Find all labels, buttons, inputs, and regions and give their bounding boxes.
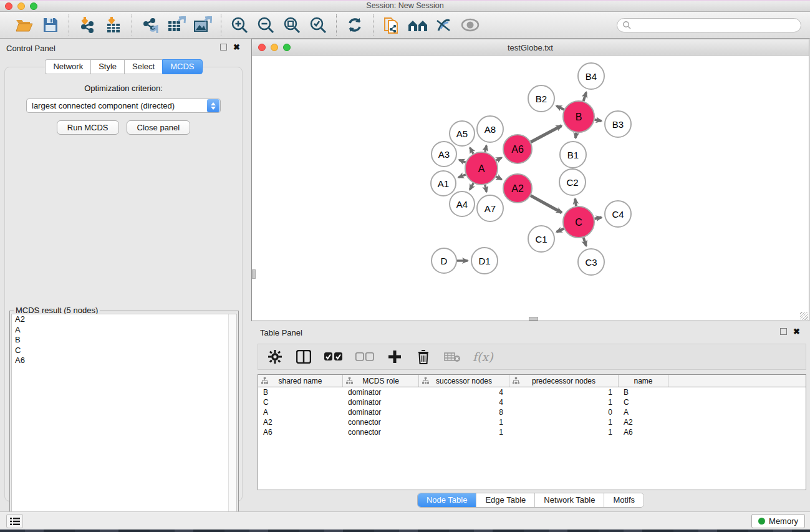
node-C[interactable]: C	[563, 206, 594, 238]
cell-MCDS-role[interactable]: dominator	[343, 388, 419, 397]
node-D1[interactable]: D1	[471, 248, 498, 274]
cell-predecessor-nodes[interactable]: 1	[509, 418, 619, 427]
tab-node-table[interactable]: Node Table	[418, 493, 477, 507]
add-column-icon[interactable]	[387, 347, 403, 366]
edge-A-A6[interactable]	[496, 158, 502, 161]
node-B3[interactable]: B3	[605, 111, 631, 137]
copy-network-icon[interactable]	[381, 14, 402, 36]
table-row[interactable]: Adominator80A	[258, 407, 806, 417]
cell-MCDS-role[interactable]: dominator	[343, 408, 419, 417]
mcds-result-item[interactable]: B	[12, 335, 236, 346]
column-header-MCDS-role[interactable]: MCDS role	[343, 375, 419, 387]
node-B[interactable]: B	[563, 101, 594, 132]
edge-A-A2[interactable]	[496, 177, 502, 180]
table-close-icon[interactable]: ✖	[793, 328, 800, 335]
edge-C-C2[interactable]	[575, 199, 576, 206]
column-header-successor-nodes[interactable]: successor nodes	[419, 375, 509, 387]
mcds-result-item[interactable]: A2	[12, 314, 236, 325]
node-B2[interactable]: B2	[528, 85, 554, 112]
cell-shared-name[interactable]: A	[258, 408, 343, 417]
edge-B-B1[interactable]	[576, 133, 576, 138]
canvas-horizontal-handle[interactable]	[529, 317, 538, 321]
network-window-titlebar[interactable]: testGlobe.txt	[252, 39, 809, 56]
network-graph[interactable]: B4B2BB3A5A8A6A3B1AC2A1A2A4A7C4CC1DD1C3	[252, 56, 809, 320]
tab-style[interactable]: Style	[90, 59, 124, 74]
edge-A-A7[interactable]	[485, 185, 486, 191]
run-mcds-button[interactable]: Run MCDS	[57, 120, 119, 135]
export-image-icon[interactable]	[192, 14, 213, 36]
mcds-list-scrollbar[interactable]	[228, 314, 236, 523]
edge-A2-C[interactable]	[531, 196, 562, 213]
cell-successor-nodes[interactable]: 4	[419, 388, 509, 397]
cell-shared-name[interactable]: C	[258, 398, 343, 407]
search-field[interactable]	[617, 18, 801, 32]
cell-name[interactable]: A6	[619, 428, 668, 437]
cell-MCDS-role[interactable]: connector	[343, 428, 419, 437]
node-A[interactable]: A	[465, 152, 498, 185]
cell-MCDS-role[interactable]: connector	[343, 418, 419, 427]
column-header-shared-name[interactable]: shared name	[258, 375, 343, 387]
cell-name[interactable]: C	[619, 398, 668, 407]
table-row[interactable]: A6connector11A6	[258, 427, 806, 437]
node-C1[interactable]: C1	[528, 226, 554, 252]
mcds-result-item[interactable]: C	[12, 346, 236, 356]
table-float-icon[interactable]	[780, 328, 787, 335]
table-row[interactable]: Cdominator41C	[258, 397, 806, 407]
node-C2[interactable]: C2	[559, 169, 586, 195]
task-history-button[interactable]	[6, 514, 23, 528]
edge-A-A5[interactable]	[470, 148, 473, 154]
node-A6[interactable]: A6	[503, 135, 532, 163]
column-header-predecessor-nodes[interactable]: predecessor nodes	[509, 375, 619, 387]
edge-A-A1[interactable]	[458, 175, 466, 178]
hide-selected-icon[interactable]	[433, 14, 455, 36]
cell-successor-nodes[interactable]: 1	[419, 418, 509, 427]
node-A5[interactable]: A5	[450, 121, 475, 146]
tab-motifs[interactable]: Motifs	[604, 493, 644, 507]
edge-C-C3[interactable]	[584, 238, 586, 246]
delete-table-icon[interactable]	[444, 347, 460, 366]
cell-successor-nodes[interactable]: 4	[419, 398, 509, 407]
export-table-icon[interactable]	[166, 14, 187, 36]
cell-shared-name[interactable]: B	[258, 388, 343, 397]
node-A3[interactable]: A3	[432, 142, 456, 167]
node-C4[interactable]: C4	[605, 201, 631, 227]
edge-A-A4[interactable]	[470, 183, 473, 190]
node-B1[interactable]: B1	[560, 142, 586, 168]
function-builder-icon[interactable]: f(x)	[473, 347, 493, 366]
edge-A-A3[interactable]	[459, 160, 466, 162]
zoom-fit-icon[interactable]	[281, 14, 302, 36]
cell-predecessor-nodes[interactable]: 1	[509, 388, 619, 397]
table-settings-icon[interactable]	[267, 347, 283, 366]
save-session-icon[interactable]	[40, 14, 61, 36]
zoom-out-icon[interactable]	[255, 14, 276, 36]
node-C3[interactable]: C3	[578, 249, 604, 275]
table-row[interactable]: Bdominator41B	[258, 387, 806, 397]
import-table-icon[interactable]	[103, 14, 124, 36]
node-A4[interactable]: A4	[450, 191, 475, 216]
node-A8[interactable]: A8	[477, 116, 503, 142]
close-panel-icon[interactable]: ✖	[233, 44, 240, 51]
select-all-checks-icon[interactable]	[324, 347, 343, 366]
open-session-icon[interactable]	[14, 14, 35, 36]
node-A1[interactable]: A1	[431, 171, 456, 196]
tab-edge-table[interactable]: Edge Table	[476, 493, 535, 507]
canvas-vertical-handle[interactable]	[252, 269, 256, 279]
cell-name[interactable]: A	[619, 408, 668, 417]
memory-button[interactable]: Memory	[751, 514, 805, 528]
cell-successor-nodes[interactable]: 8	[419, 408, 509, 417]
cell-name[interactable]: B	[619, 388, 668, 397]
float-panel-icon[interactable]	[220, 44, 227, 51]
deselect-all-checks-icon[interactable]	[355, 347, 374, 366]
tab-network-table[interactable]: Network Table	[535, 493, 604, 507]
edge-B-B3[interactable]	[595, 120, 602, 121]
zoom-in-icon[interactable]	[229, 14, 250, 36]
cell-shared-name[interactable]: A6	[258, 428, 343, 437]
table-row[interactable]: A2connector11A2	[258, 417, 806, 427]
mcds-result-item[interactable]: A6	[12, 355, 236, 366]
tab-network[interactable]: Network	[45, 59, 90, 74]
close-panel-button[interactable]: Close panel	[127, 120, 191, 135]
refresh-layout-icon[interactable]	[344, 14, 365, 36]
import-network-icon[interactable]	[77, 14, 98, 36]
edge-A6-B[interactable]	[531, 126, 561, 142]
search-input[interactable]	[631, 21, 796, 29]
